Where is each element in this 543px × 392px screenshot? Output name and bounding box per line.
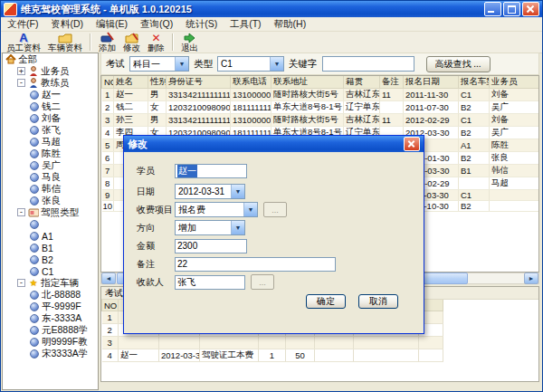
column-header[interactable]: 联系电话 bbox=[231, 76, 272, 89]
advanced-search-button[interactable]: 高级查找 ... bbox=[426, 56, 491, 72]
menu-item-6[interactable]: 帮助(H) bbox=[268, 18, 313, 31]
ball-icon bbox=[29, 90, 40, 100]
date-combo[interactable]: 2012-03-31▼ bbox=[175, 184, 245, 199]
dialog-fields: 学员赵一日期2012-03-31▼收费项目报名费▼...方向增加▼金额2300备… bbox=[137, 163, 424, 290]
date-label: 日期 bbox=[137, 186, 175, 198]
menu-item-2[interactable]: 编辑(E) bbox=[90, 18, 134, 31]
exam-filter-combo[interactable]: 科目一 ▼ bbox=[129, 56, 189, 72]
tree-item-东-3333A[interactable]: 东-3333A bbox=[3, 312, 98, 324]
toolbar-button-add[interactable]: 添加 bbox=[95, 32, 119, 53]
scroll-right-icon[interactable]: ► bbox=[524, 272, 538, 284]
tree-item-指定车辆[interactable]: -★指定车辆 bbox=[3, 277, 98, 289]
menu-item-4[interactable]: 统计(S) bbox=[179, 18, 224, 31]
menu-item-3[interactable]: 查询(Q) bbox=[134, 18, 179, 31]
tree-item-吴广[interactable]: 吴广 bbox=[3, 159, 98, 171]
menu-item-1[interactable]: 资料(D) bbox=[44, 18, 90, 31]
table-row[interactable]: 3 bbox=[102, 337, 443, 349]
toolbar-button-label: 退出 bbox=[181, 43, 198, 53]
table-cell: B2 bbox=[459, 127, 490, 139]
payee-field[interactable]: 张飞 bbox=[175, 275, 245, 290]
fee_item-combo[interactable]: 报名费▼ bbox=[175, 202, 258, 217]
scroll-left-icon[interactable]: ◄ bbox=[101, 272, 116, 284]
table-cell: 赵一 bbox=[114, 89, 148, 101]
payee-browse-button[interactable]: ... bbox=[251, 274, 274, 290]
cancel-button[interactable]: 取消 bbox=[358, 294, 398, 309]
column-header[interactable]: 身份证号 bbox=[167, 76, 231, 89]
expander-icon[interactable]: - bbox=[17, 79, 25, 87]
tree-item-北-88888[interactable]: 北-88888 bbox=[3, 289, 98, 301]
tree-item-驾照类型[interactable]: -驾照类型 bbox=[3, 206, 98, 218]
table-row[interactable]: 3孙三男33134211111111191113100000000随时路核大街5… bbox=[102, 114, 539, 127]
toolbar-button-vehicle[interactable]: 车辆资料 bbox=[44, 32, 86, 53]
expander-icon[interactable]: - bbox=[17, 279, 25, 287]
menu-item-0[interactable]: 文件(F) bbox=[1, 18, 44, 31]
table-row[interactable]: 1赵一男33134211111111191113100000000随时路核大街5… bbox=[102, 89, 539, 101]
chevron-down-icon[interactable]: ▼ bbox=[243, 203, 257, 216]
tree-item[interactable] bbox=[3, 218, 98, 230]
expander-icon[interactable]: - bbox=[17, 208, 25, 216]
table-row[interactable]: 4赵一2012-03-31驾驶证工本费150 bbox=[102, 349, 443, 362]
direction-combo[interactable]: 增加▼ bbox=[175, 220, 245, 235]
toolbar-button-employee[interactable]: A员工资料 bbox=[3, 32, 44, 53]
tree-item-刘备[interactable]: 刘备 bbox=[3, 112, 98, 124]
tree-item-B1[interactable]: B1 bbox=[3, 242, 98, 253]
table-cell: 刘备 bbox=[490, 89, 539, 101]
column-header[interactable]: 报名日期 bbox=[404, 76, 459, 89]
table-cell: 赵一 bbox=[119, 349, 159, 362]
tree-item-马超[interactable]: 马超 bbox=[3, 136, 98, 148]
tree-item-韩信[interactable]: 韩信 bbox=[3, 183, 98, 195]
student-field[interactable]: 赵一 bbox=[175, 164, 247, 178]
ok-button[interactable]: 确定 bbox=[306, 294, 346, 309]
chevron-down-icon[interactable]: ▼ bbox=[270, 57, 283, 71]
tree-item-全部[interactable]: 全部 bbox=[3, 53, 98, 65]
column-header[interactable]: 业务员 bbox=[490, 76, 539, 89]
column-header[interactable]: 备注 bbox=[380, 76, 404, 89]
tree-item-业务员[interactable]: +业务员 bbox=[3, 65, 98, 77]
tree-item-钱二[interactable]: 钱二 bbox=[3, 100, 98, 112]
column-header[interactable]: 性别 bbox=[148, 76, 167, 89]
card-icon bbox=[28, 207, 39, 217]
type-filter-combo[interactable]: C1 ▼ bbox=[217, 56, 284, 72]
column-header[interactable]: 联系地址 bbox=[272, 76, 344, 89]
toolbar-button-delete[interactable]: ✕删除 bbox=[144, 32, 168, 53]
maximize-button[interactable] bbox=[503, 2, 520, 16]
amount-field[interactable]: 2300 bbox=[175, 239, 247, 253]
tree-item-B2[interactable]: B2 bbox=[3, 253, 98, 265]
chevron-down-icon[interactable]: ▼ bbox=[175, 57, 188, 71]
tree-item-马良[interactable]: 马良 bbox=[3, 171, 98, 183]
fee_item-browse-button[interactable]: ... bbox=[263, 202, 287, 217]
tree-item-宋3333A学[interactable]: 宋3333A学 bbox=[3, 348, 98, 359]
remark-field[interactable]: 22 bbox=[175, 257, 336, 272]
tree-item-明9999F教[interactable]: 明9999F教 bbox=[3, 336, 98, 348]
table-cell bbox=[419, 349, 443, 362]
field-row-direction: 方向增加▼ bbox=[137, 220, 424, 235]
tree-item-赵一[interactable]: 赵一 bbox=[3, 89, 98, 100]
chevron-down-icon[interactable]: ▼ bbox=[231, 221, 244, 234]
dialog-body: 学员赵一日期2012-03-31▼收费项目报名费▼...方向增加▼金额2300备… bbox=[124, 152, 424, 309]
minimize-button[interactable] bbox=[484, 2, 501, 16]
chevron-down-icon[interactable]: ▼ bbox=[231, 185, 244, 198]
expander-icon[interactable]: + bbox=[17, 67, 25, 75]
column-header[interactable]: 报名车型 bbox=[459, 76, 490, 89]
column-header[interactable]: 姓名 bbox=[114, 76, 148, 89]
tree-item-C1[interactable]: C1 bbox=[3, 265, 98, 277]
tree-item-张飞[interactable]: 张飞 bbox=[3, 124, 98, 136]
dialog-close-icon[interactable] bbox=[404, 137, 420, 151]
menu-item-5[interactable]: 工具(T) bbox=[224, 18, 267, 31]
toolbar-button-exit[interactable]: 退出 bbox=[177, 32, 202, 53]
column-header[interactable]: NO bbox=[102, 300, 119, 311]
column-header[interactable]: 籍贯 bbox=[344, 76, 380, 89]
toolbar-button-edit[interactable]: 修改 bbox=[119, 32, 144, 53]
table-row[interactable]: 2钱二女120321009809078991X18111111111单东大道8号… bbox=[102, 101, 539, 114]
tree-item-A1[interactable]: A1 bbox=[3, 230, 98, 242]
toolbar-button-label: 添加 bbox=[99, 43, 116, 53]
tree-item-教练员[interactable]: -教练员 bbox=[3, 77, 98, 89]
column-header[interactable]: NO bbox=[102, 76, 114, 89]
keyword-input[interactable] bbox=[322, 56, 414, 72]
tree-item-平-9999F[interactable]: 平-9999F bbox=[3, 301, 98, 312]
tree-item-张良[interactable]: 张良 bbox=[3, 195, 98, 206]
ball-icon bbox=[29, 313, 40, 323]
close-button[interactable] bbox=[522, 2, 539, 16]
tree-item-元E8888学[interactable]: 元E8888学 bbox=[3, 324, 98, 336]
tree-item-陈胜[interactable]: 陈胜 bbox=[3, 148, 98, 159]
